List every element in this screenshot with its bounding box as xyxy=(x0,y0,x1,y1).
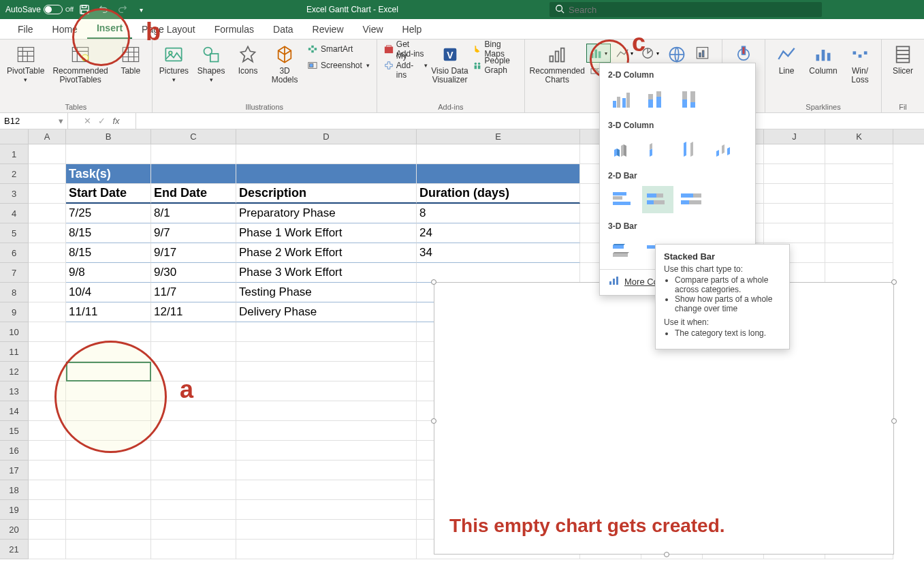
tab-help[interactable]: Help xyxy=(393,21,432,39)
cell[interactable] xyxy=(66,520,151,540)
cell[interactable] xyxy=(66,461,151,480)
redo-icon[interactable] xyxy=(114,1,131,18)
cell[interactable] xyxy=(236,401,417,421)
cell[interactable]: 9/8 xyxy=(66,263,151,283)
cell[interactable]: Preparatory Phase xyxy=(236,204,417,223)
cell[interactable] xyxy=(236,362,417,381)
cell[interactable] xyxy=(825,263,893,283)
cell[interactable] xyxy=(66,342,151,362)
row-header-4[interactable]: 4 xyxy=(0,204,29,223)
cell[interactable] xyxy=(66,480,151,500)
cell[interactable]: 9/30 xyxy=(151,263,236,283)
cell[interactable] xyxy=(29,184,66,204)
100-stacked-bar-option[interactable] xyxy=(676,186,707,213)
clustered-bar-option[interactable] xyxy=(608,186,639,213)
pictures-button[interactable]: Pictures▾ xyxy=(155,41,193,87)
formula-bar[interactable] xyxy=(136,113,924,129)
tab-data[interactable]: Data xyxy=(264,21,303,39)
cell[interactable] xyxy=(417,164,580,184)
rec-charts-button[interactable]: Recommended Charts xyxy=(528,41,586,87)
cell[interactable] xyxy=(29,520,66,540)
cell[interactable]: Duration (days) xyxy=(417,184,580,204)
cell[interactable] xyxy=(236,381,417,401)
row-header-7[interactable]: 7 xyxy=(0,263,29,283)
cell[interactable] xyxy=(66,500,151,520)
cell[interactable] xyxy=(764,184,825,204)
cell[interactable] xyxy=(236,421,417,441)
cell[interactable] xyxy=(764,223,825,243)
cell[interactable] xyxy=(29,362,66,381)
cell[interactable] xyxy=(151,421,236,441)
row-header-20[interactable]: 20 xyxy=(0,520,29,540)
name-box[interactable]: B12▾ xyxy=(0,113,68,129)
cell[interactable] xyxy=(66,540,151,559)
cell[interactable] xyxy=(236,540,417,559)
row-header-9[interactable]: 9 xyxy=(0,302,29,322)
column-chart-button[interactable]: ▾ xyxy=(586,44,611,63)
cell[interactable] xyxy=(29,223,66,243)
cell[interactable] xyxy=(151,441,236,461)
cell[interactable]: 8 xyxy=(417,204,580,223)
slicer-button[interactable]: Slicer xyxy=(885,41,921,78)
pie-chart-button[interactable]: ▾ xyxy=(638,44,663,63)
cell[interactable] xyxy=(29,342,66,362)
cell[interactable] xyxy=(151,500,236,520)
cancel-icon[interactable]: ✕ xyxy=(84,116,91,126)
cell[interactable]: Phase 1 Work Effort xyxy=(236,223,417,243)
cell[interactable] xyxy=(151,401,236,421)
cell[interactable] xyxy=(29,204,66,223)
line-chart-button[interactable]: ▾ xyxy=(612,44,637,63)
cell[interactable]: 9/17 xyxy=(151,243,236,263)
cell[interactable]: Start Date xyxy=(66,184,151,204)
cell[interactable]: Delivery Phase xyxy=(236,302,417,322)
fx-icon[interactable]: fx xyxy=(112,116,119,126)
table-button[interactable]: Table xyxy=(112,41,149,78)
cell[interactable] xyxy=(29,500,66,520)
cell[interactable]: 10/4 xyxy=(66,283,151,302)
clustered-column-option[interactable] xyxy=(608,85,639,112)
cell[interactable]: 12/11 xyxy=(151,302,236,322)
cell[interactable]: 11/7 xyxy=(151,283,236,302)
cell[interactable]: Testing Phase xyxy=(236,283,417,302)
cell[interactable] xyxy=(29,302,66,322)
cell[interactable] xyxy=(29,322,66,342)
cell[interactable] xyxy=(29,164,66,184)
people-graph-button[interactable]: People Graph xyxy=(468,57,522,74)
cell[interactable] xyxy=(236,342,417,362)
row-header-18[interactable]: 18 xyxy=(0,480,29,500)
cell[interactable] xyxy=(29,401,66,421)
select-all-button[interactable] xyxy=(0,129,29,144)
row-header-19[interactable]: 19 xyxy=(0,500,29,520)
cell[interactable] xyxy=(151,342,236,362)
cell[interactable] xyxy=(66,401,151,421)
cell[interactable] xyxy=(151,381,236,401)
cell[interactable] xyxy=(29,540,66,559)
pivottable-button[interactable]: PivotTable▾ xyxy=(3,41,48,87)
col-header-E[interactable]: E xyxy=(417,129,580,144)
cell[interactable] xyxy=(151,461,236,480)
3d-clustered-column-option[interactable] xyxy=(608,136,639,163)
cell[interactable]: Description xyxy=(236,184,417,204)
autosave-toggle[interactable]: AutoSave Off xyxy=(5,5,74,14)
col-header-A[interactable]: A xyxy=(29,129,66,144)
stacked-bar-option[interactable] xyxy=(642,186,673,213)
enter-icon[interactable]: ✓ xyxy=(98,116,106,126)
cell[interactable] xyxy=(29,461,66,480)
sparkline-column-button[interactable]: Column xyxy=(805,41,842,78)
cell[interactable] xyxy=(29,480,66,500)
cell[interactable] xyxy=(66,322,151,342)
cell[interactable] xyxy=(764,204,825,223)
cell[interactable] xyxy=(417,144,580,164)
cell[interactable] xyxy=(151,362,236,381)
cell[interactable] xyxy=(66,362,151,381)
cell[interactable] xyxy=(151,540,236,559)
3d-clustered-bar-option[interactable] xyxy=(608,236,639,264)
col-header-J[interactable]: J xyxy=(764,129,825,144)
cell[interactable] xyxy=(236,441,417,461)
cell[interactable] xyxy=(66,381,151,401)
cell[interactable] xyxy=(29,421,66,441)
cell[interactable] xyxy=(825,144,893,164)
cell[interactable]: 7/25 xyxy=(66,204,151,223)
row-header-3[interactable]: 3 xyxy=(0,184,29,204)
search-input[interactable] xyxy=(569,5,816,15)
